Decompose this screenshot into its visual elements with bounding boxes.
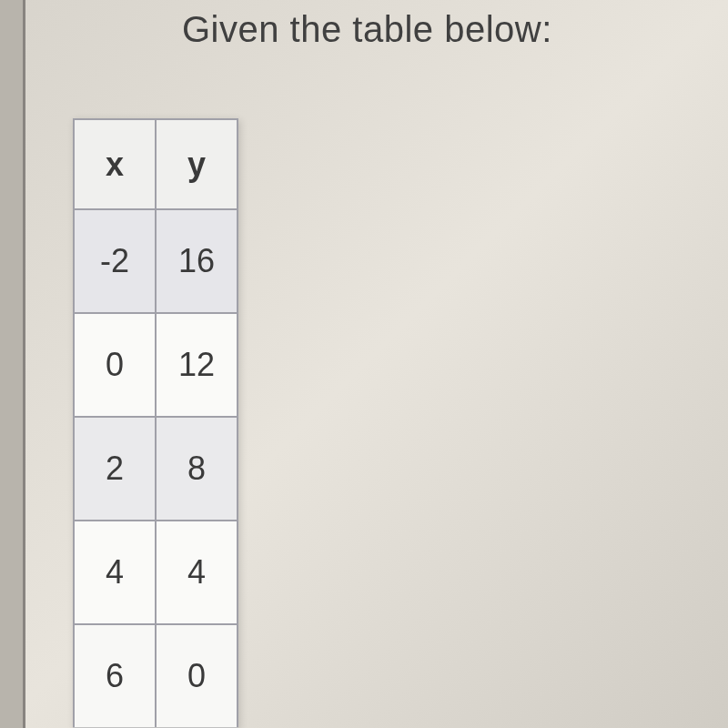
table-row: 2 8	[74, 417, 238, 521]
cell-y: 16	[156, 209, 238, 313]
cell-x: -2	[74, 209, 156, 313]
table-row: 6 0	[74, 624, 238, 728]
cell-x: 4	[74, 521, 156, 624]
question-title: Given the table below:	[182, 9, 552, 50]
cell-x: 0	[74, 313, 156, 417]
table-row: -2 16	[74, 209, 238, 313]
data-table-container: x y -2 16 0 12 2 8 4 4 6 0	[73, 118, 238, 728]
cell-y: 4	[156, 521, 238, 624]
cell-y: 0	[156, 624, 238, 728]
cell-x: 2	[74, 417, 156, 521]
cell-y: 8	[156, 417, 238, 521]
table-header-row: x y	[74, 119, 238, 209]
table-row: 0 12	[74, 313, 238, 417]
cell-x: 6	[74, 624, 156, 728]
cell-y: 12	[156, 313, 238, 417]
page-edge	[0, 0, 25, 728]
header-x: x	[74, 119, 156, 209]
header-y: y	[156, 119, 238, 209]
table-row: 4 4	[74, 521, 238, 624]
xy-table: x y -2 16 0 12 2 8 4 4 6 0	[73, 118, 238, 728]
